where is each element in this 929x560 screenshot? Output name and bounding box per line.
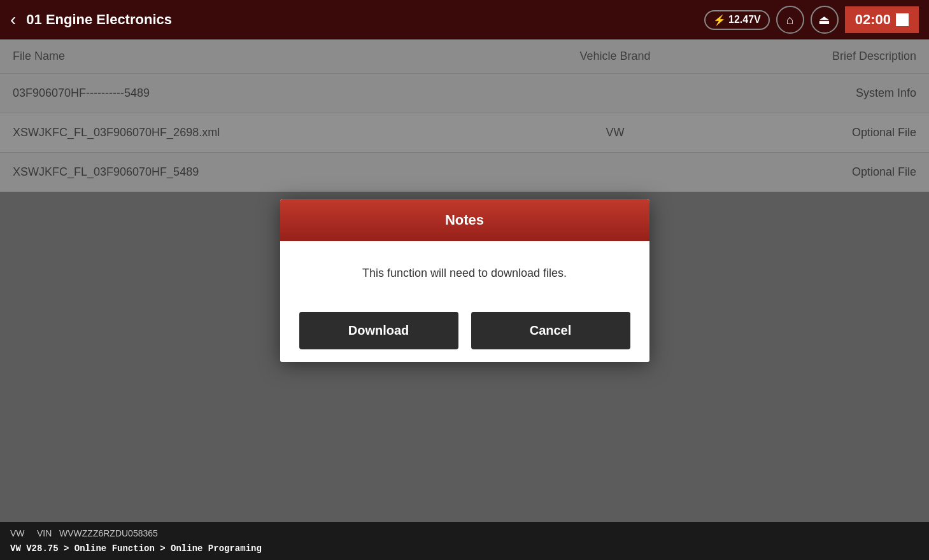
cancel-button[interactable]: Cancel [471,312,630,349]
footer-line-2: VW V28.75 > Online Function > Online Pro… [10,541,919,556]
home-button[interactable]: ⌂ [776,6,804,34]
modal-actions: Download Cancel [280,299,649,362]
back-button[interactable]: ‹ [10,11,16,29]
vin-value: WVWZZZ6RZDU058365 [59,528,158,538]
voltage-value: 12.47V [728,14,761,25]
page-title: 01 Engine Electronics [26,11,704,28]
timer-value: 02:00 [855,11,891,28]
vehicle-make: VW [10,528,25,538]
vin-label: VIN [37,528,52,538]
modal-header: Notes [280,199,649,241]
header-controls: ⚡ 12.47V ⌂ ⏏ 02:00 [704,6,919,34]
exit-button[interactable]: ⏏ [811,6,839,34]
modal-overlay: Notes This function will need to downloa… [0,39,929,522]
home-icon: ⌂ [786,13,794,27]
exit-icon: ⏏ [818,12,830,27]
download-button[interactable]: Download [299,312,458,349]
footer-line-1: VW VIN WVWZZZ6RZDU058365 [10,526,919,540]
modal-body: This function will need to download file… [280,241,649,299]
lightning-icon: ⚡ [713,14,726,26]
modal-message: This function will need to download file… [362,267,567,279]
app-header: ‹ 01 Engine Electronics ⚡ 12.47V ⌂ ⏏ 02:… [0,0,929,39]
notes-modal: Notes This function will need to downloa… [280,199,649,362]
modal-title: Notes [445,212,484,228]
timer-box: 02:00 [845,6,919,33]
stop-icon [896,13,909,26]
voltage-badge: ⚡ 12.47V [704,10,770,30]
footer: VW VIN WVWZZZ6RZDU058365 VW V28.75 > Onl… [0,522,929,560]
breadcrumb: VW V28.75 > Online Function > Online Pro… [10,543,262,554]
main-content: File Name Vehicle Brand Brief Descriptio… [0,39,929,522]
